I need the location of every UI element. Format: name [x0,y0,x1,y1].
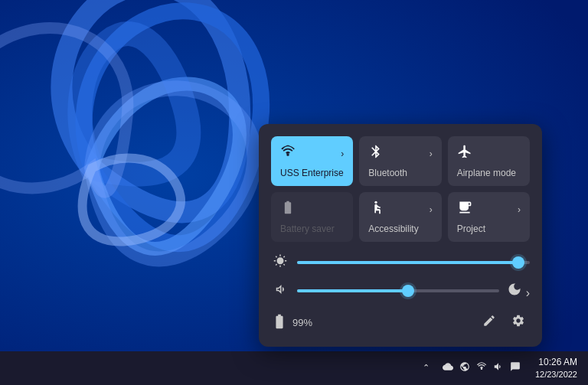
battery-saver-label: Battery saver [280,223,335,234]
wifi-taskbar-icon [475,361,488,374]
bluetooth-chevron-icon[interactable]: › [430,148,433,159]
accessibility-chevron-icon[interactable]: › [430,204,433,215]
bluetooth-label: Bluetooth [368,168,407,178]
project-toggle[interactable]: › Project [448,192,530,242]
bluetooth-icon [368,144,384,163]
taskbar: ⌃ [0,351,588,385]
taskbar-clock[interactable]: 10:26 AM 12/23/2022 [531,355,582,381]
battery-saver-icon [280,200,296,219]
project-icon [457,200,472,219]
project-label: Project [457,223,485,234]
toggle-grid: › USS Enterprise › Bluetooth [271,136,530,242]
settings-button[interactable] [507,311,530,334]
project-chevron-icon[interactable]: › [518,204,521,215]
brightness-row [271,254,530,271]
audio-settings-icon[interactable]: › [507,282,530,300]
battery-icon [271,313,288,332]
wifi-label: USS Enterprise [280,168,344,178]
battery-saver-toggle: Battery saver [271,192,353,242]
panel-bottom: 99% [271,311,530,334]
svg-point-1 [375,201,377,204]
airplane-icon [457,144,472,163]
bluetooth-toggle[interactable]: › Bluetooth [359,136,441,186]
volume-icon [271,282,289,299]
clock-time: 10:26 AM [538,357,577,369]
volume-row: › [271,282,530,300]
desktop: › USS Enterprise › Bluetooth [0,0,588,385]
battery-percent: 99% [292,317,312,328]
airplane-label: Airplane mode [457,168,516,178]
airplane-toggle[interactable]: Airplane mode [448,136,530,186]
clock-date: 12/23/2022 [535,369,577,380]
brightness-slider[interactable] [297,261,530,264]
wifi-toggle[interactable]: › USS Enterprise [271,136,353,186]
brightness-icon [271,254,289,271]
show-hidden-icons-button[interactable]: ⌃ [420,360,433,376]
taskbar-tray-icons[interactable] [436,358,528,377]
taskbar-right: ⌃ [420,355,582,381]
wifi-chevron-icon[interactable]: › [341,148,344,159]
panel-actions [478,311,530,334]
cloud-icon [442,361,454,374]
chat-icon [509,361,521,374]
wifi-icon [280,144,296,163]
network-icon [459,361,471,374]
accessibility-label: Accessibility [368,223,418,234]
quick-settings-panel: › USS Enterprise › Bluetooth [259,124,542,347]
accessibility-toggle[interactable]: › Accessibility [359,192,441,242]
accessibility-icon [368,200,384,219]
volume-taskbar-icon [492,361,505,374]
edit-quick-settings-button[interactable] [478,311,501,334]
volume-slider[interactable] [297,289,499,292]
battery-info: 99% [271,313,312,332]
